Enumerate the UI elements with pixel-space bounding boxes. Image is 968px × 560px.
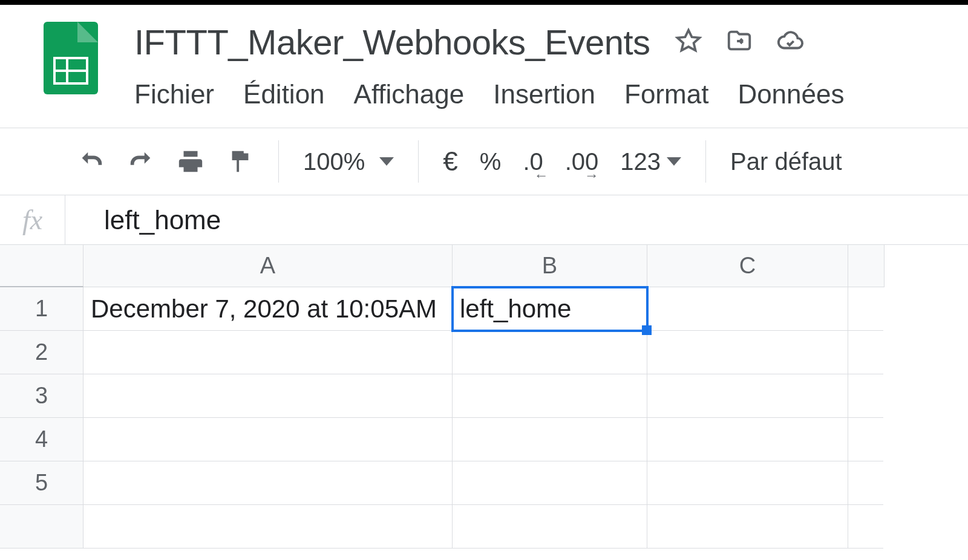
percent-format-button[interactable]: % <box>480 148 502 175</box>
toolbar: 100% € % .0← .00→ 123 Par défaut <box>0 128 968 195</box>
window-top-border <box>0 0 968 5</box>
zoom-dropdown[interactable]: 100% <box>303 148 394 175</box>
cell-C6[interactable] <box>647 505 848 549</box>
cell-D2[interactable] <box>848 331 883 374</box>
cell-B2[interactable] <box>453 331 647 374</box>
cell-D1[interactable] <box>848 287 883 331</box>
move-to-folder-icon[interactable] <box>725 27 753 57</box>
caret-down-icon <box>379 157 394 166</box>
menubar: Fichier Édition Affichage Insertion Form… <box>134 79 968 109</box>
fx-label: fx <box>0 195 65 244</box>
cell-B1[interactable]: left_home <box>453 287 647 331</box>
cell-C3[interactable] <box>647 374 848 418</box>
cell-A6[interactable] <box>83 505 453 549</box>
cell-C2[interactable] <box>647 331 848 374</box>
column-header-extra[interactable] <box>848 245 885 287</box>
menu-view[interactable]: Affichage <box>354 79 465 109</box>
select-all-corner[interactable] <box>0 245 83 287</box>
print-button[interactable] <box>177 148 204 175</box>
cell-A4[interactable] <box>83 418 453 461</box>
menu-insert[interactable]: Insertion <box>493 79 595 109</box>
row-header-1[interactable]: 1 <box>0 287 83 331</box>
cloud-status-icon[interactable] <box>776 27 804 57</box>
cell-A5[interactable] <box>83 461 453 505</box>
sheets-logo-icon[interactable] <box>44 22 98 94</box>
row-header-6[interactable] <box>0 505 83 549</box>
column-header-C[interactable]: C <box>647 245 848 287</box>
cell-A2[interactable] <box>83 331 453 374</box>
increase-decimal-button[interactable]: .00→ <box>565 148 599 175</box>
menu-file[interactable]: Fichier <box>134 79 214 109</box>
currency-format-button[interactable]: € <box>443 146 457 177</box>
caret-down-icon <box>667 157 681 166</box>
star-icon[interactable] <box>675 27 702 57</box>
cell-B1-value: left_home <box>460 295 571 324</box>
formula-input[interactable]: left_home <box>65 195 968 244</box>
row-header-3[interactable]: 3 <box>0 374 83 418</box>
cell-D3[interactable] <box>848 374 883 418</box>
cell-B4[interactable] <box>453 418 647 461</box>
menu-edit[interactable]: Édition <box>243 79 325 109</box>
redo-button[interactable] <box>127 148 155 175</box>
more-formats-dropdown[interactable]: 123 <box>620 148 681 175</box>
selection-fill-handle[interactable] <box>642 325 652 335</box>
font-family-dropdown[interactable]: Par défaut <box>730 148 842 175</box>
cell-D6[interactable] <box>848 505 883 549</box>
column-header-B[interactable]: B <box>453 245 647 287</box>
menu-format[interactable]: Format <box>624 79 708 109</box>
cell-C4[interactable] <box>647 418 848 461</box>
cell-D4[interactable] <box>848 418 883 461</box>
cell-C1[interactable] <box>647 287 848 331</box>
row-header-5[interactable]: 5 <box>0 461 83 505</box>
cell-C5[interactable] <box>647 461 848 505</box>
header: IFTTT_Maker_Webhooks_Events Fichier Édit… <box>0 5 968 109</box>
decrease-decimal-button[interactable]: .0← <box>523 148 543 175</box>
column-header-A[interactable]: A <box>83 245 453 287</box>
undo-button[interactable] <box>77 148 105 175</box>
row-header-2[interactable]: 2 <box>0 331 83 374</box>
formula-bar: fx left_home <box>0 195 968 245</box>
cell-D5[interactable] <box>848 461 883 505</box>
paint-format-button[interactable] <box>226 148 254 175</box>
cell-A3[interactable] <box>83 374 453 418</box>
spreadsheet-grid: A B C 1 December 7, 2020 at 10:05AM left… <box>0 245 968 549</box>
cell-A1[interactable]: December 7, 2020 at 10:05AM <box>83 287 453 331</box>
row-header-4[interactable]: 4 <box>0 418 83 461</box>
document-title[interactable]: IFTTT_Maker_Webhooks_Events <box>134 22 650 62</box>
cell-B6[interactable] <box>453 505 647 549</box>
cell-B5[interactable] <box>453 461 647 505</box>
cell-B3[interactable] <box>453 374 647 418</box>
menu-data[interactable]: Données <box>737 79 844 109</box>
